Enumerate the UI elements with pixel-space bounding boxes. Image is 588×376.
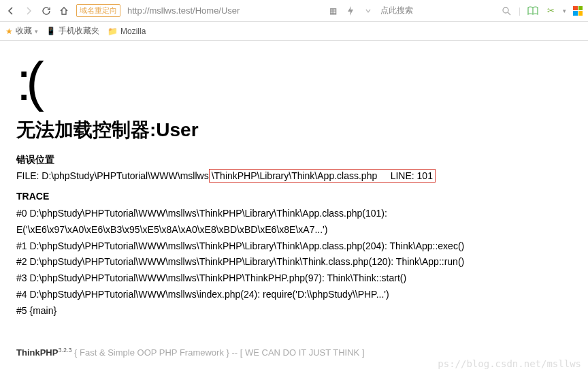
toolbar-chevron-icon[interactable] xyxy=(363,5,374,16)
trace-line: #0 D:\phpStudy\PHPTutorial\WWW\msllws\Th… xyxy=(16,206,572,222)
trace-line: E('\xE6\x97\xA0\xE6\xB3\x95\xE5\x8A\xA0\… xyxy=(16,222,572,238)
bookmark-bar: ★ 收藏 ▾ 📱 手机收藏夹 📁 Mozilla xyxy=(0,22,588,41)
phone-icon: 📱 xyxy=(46,27,56,35)
search-placeholder[interactable]: 点此搜索 xyxy=(380,5,413,16)
file-prefix: FILE: D:\phpStudy\PHPTutorial\WWW\msllws xyxy=(16,170,209,181)
trace-line: #4 D:\phpStudy\PHPTutorial\WWW\msllws\in… xyxy=(16,287,572,303)
error-page-content: :( 无法加载控制器:User 错误位置 FILE: D:\phpStudy\P… xyxy=(0,41,588,371)
apps-icon[interactable] xyxy=(573,6,583,16)
folder-icon: 📁 xyxy=(108,27,118,36)
forward-button[interactable] xyxy=(23,5,34,16)
file-highlight: \ThinkPHP\Library\Think\App.class.php LI… xyxy=(209,169,436,183)
sad-face-icon: :( xyxy=(16,54,572,109)
footer-slogan: { Fast & Simple OOP PHP Framework } -- [… xyxy=(74,347,364,358)
mozilla-label: Mozilla xyxy=(120,27,146,36)
mobile-bookmarks[interactable]: 📱 手机收藏夹 xyxy=(46,25,99,37)
svg-point-0 xyxy=(503,7,508,13)
trace-line: #5 {main} xyxy=(16,303,572,319)
scissors-dropdown-icon[interactable]: ▾ xyxy=(563,7,566,14)
flash-icon[interactable] xyxy=(345,5,356,16)
trace-list: #0 D:\phpStudy\PHPTutorial\WWW\msllws\Th… xyxy=(16,206,572,319)
mozilla-folder[interactable]: 📁 Mozilla xyxy=(108,27,146,36)
footer-version: 3.2.3 xyxy=(58,347,71,354)
error-location-label: 错误位置 xyxy=(16,154,572,166)
trace-label: TRACE xyxy=(16,191,572,202)
url-bar[interactable]: http://msllws.test/Home/User xyxy=(127,5,240,16)
book-icon[interactable] xyxy=(527,5,538,16)
framework-footer: ThinkPHP3.2.3 { Fast & Simple OOP PHP Fr… xyxy=(16,347,572,358)
trace-line: #2 D:\phpStudy\PHPTutorial\WWW\msllws\Th… xyxy=(16,254,572,270)
chevron-down-icon: ▾ xyxy=(35,28,38,35)
redirect-tag: 域名重定向 xyxy=(76,4,120,17)
home-button[interactable] xyxy=(59,5,69,16)
error-title: 无法加载控制器:User xyxy=(16,117,572,143)
trace-line: #1 D:\phpStudy\PHPTutorial\WWW\msllws\Th… xyxy=(16,238,572,255)
star-icon: ★ xyxy=(5,27,13,36)
favorites-menu[interactable]: ★ 收藏 ▾ xyxy=(5,25,38,37)
qr-icon[interactable]: ▦ xyxy=(327,5,338,16)
footer-brand: ThinkPHP xyxy=(16,347,58,358)
back-button[interactable] xyxy=(5,5,16,16)
trace-line: #3 D:\phpStudy\PHPTutorial\WWW\msllws\Th… xyxy=(16,270,572,287)
browser-toolbar: 域名重定向 http://msllws.test/Home/User ▦ 点此搜… xyxy=(0,0,588,22)
mobile-label: 手机收藏夹 xyxy=(59,25,99,37)
favorites-label: 收藏 xyxy=(16,25,32,37)
search-icon[interactable] xyxy=(501,5,512,16)
error-file-line: FILE: D:\phpStudy\PHPTutorial\WWW\msllws… xyxy=(16,170,572,181)
scissors-icon[interactable]: ✂ xyxy=(545,5,556,16)
reload-button[interactable] xyxy=(41,5,52,16)
